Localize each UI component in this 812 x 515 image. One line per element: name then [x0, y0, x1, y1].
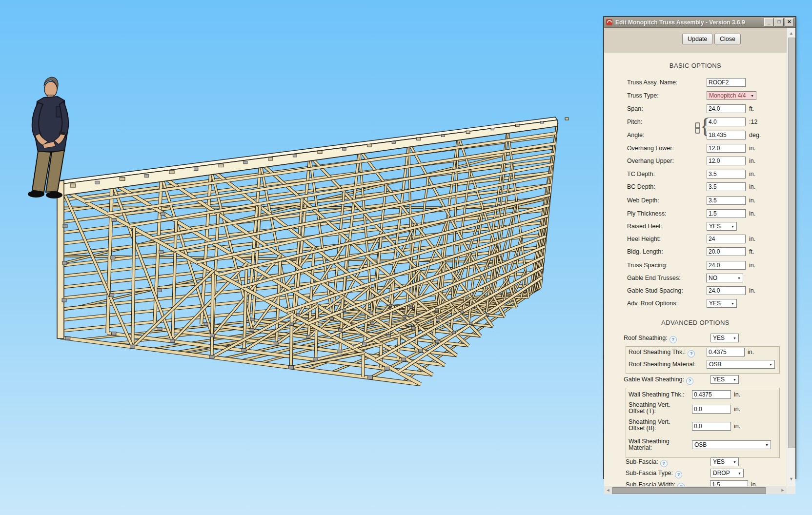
overhang-lower-unit: in. [749, 145, 755, 152]
bldg-length-unit: ft. [749, 248, 754, 255]
sheathing-vert-offset-b-unit: in. [734, 423, 740, 430]
scroll-right-icon[interactable]: ► [780, 488, 786, 493]
heel-height-input[interactable] [707, 235, 746, 243]
field-label-tc-depth: TC Depth: [627, 171, 655, 178]
field-label-roof-sheathing-material: Roof Sheathing Material: [629, 361, 696, 368]
field-label-sub-fascia-type: Sub-Fascia Type:? [626, 470, 682, 478]
pitch-unit: :12 [749, 119, 757, 125]
bldg-length-input[interactable] [707, 247, 746, 256]
help-icon[interactable]: ? [660, 460, 668, 467]
field-label-truss-assy-name: Truss Assy. Name: [627, 79, 678, 86]
help-icon[interactable]: ? [675, 471, 682, 478]
truss-assy-name-input[interactable] [707, 78, 746, 87]
dialog-buttonbar: Update Close [604, 28, 787, 53]
sub-fascia-type-select[interactable]: DROP ▼ [710, 469, 744, 477]
gable-stud-spacing-input[interactable] [707, 286, 746, 295]
help-icon[interactable]: ? [670, 336, 677, 343]
app-icon [606, 19, 612, 25]
wall-sheathing-material-select[interactable]: OSB ▼ [692, 440, 771, 449]
angle-input[interactable] [707, 131, 746, 139]
scroll-down-icon[interactable]: ▼ [787, 476, 795, 481]
roof-sheathing-material-value: OSB [709, 361, 721, 368]
sheathing-vert-offset-t-input[interactable] [692, 405, 731, 414]
bc-depth-unit: in. [749, 183, 755, 190]
pitch-input[interactable] [707, 118, 746, 126]
dropdown-arrow-icon: ▼ [738, 472, 741, 475]
raised-heel-value: YES [709, 223, 721, 230]
field-label-angle: Angle: [627, 132, 644, 139]
roof-sheathing-value: YES [713, 335, 725, 341]
gable-wall-sheathing-select[interactable]: YES ▼ [710, 375, 739, 384]
sub-fascia-select[interactable]: YES ▼ [710, 457, 739, 466]
span-unit: ft. [749, 105, 754, 112]
truss-spacing-input[interactable] [707, 261, 746, 270]
horizontal-scrollbar[interactable]: ◄ ► [604, 486, 787, 494]
gable-end-trusses-value: NO [709, 275, 717, 281]
adv-roof-options-select[interactable]: YES ▼ [707, 299, 737, 308]
scroll-left-icon[interactable]: ◄ [605, 488, 611, 493]
web-depth-unit: in. [749, 197, 755, 204]
maximize-button[interactable]: □ [774, 18, 784, 26]
truss-type-select[interactable]: Monopitch 4/4 ▼ [707, 91, 756, 100]
field-label-gable-end-trusses: Gable End Trusses: [627, 275, 681, 281]
field-label-ply-thickness: Ply Thickness: [627, 210, 666, 217]
advanced-options-heading: ADVANCED OPTIONS [604, 319, 787, 326]
field-label-web-depth: Web Depth: [627, 197, 659, 204]
ply-thickness-input[interactable] [707, 209, 746, 218]
sheathing-vert-offset-b-input[interactable] [692, 422, 731, 431]
bc-depth-input[interactable] [707, 182, 746, 191]
dropdown-arrow-icon: ▼ [751, 94, 754, 98]
field-label-truss-spacing: Truss Spacing: [627, 262, 668, 269]
field-label-overhang-upper: Overhang Upper: [627, 158, 674, 164]
overhang-upper-input[interactable] [707, 157, 746, 165]
vertical-scrollbar-thumb[interactable] [788, 38, 795, 448]
update-button[interactable]: Update [682, 34, 712, 44]
close-button[interactable]: Close [714, 34, 741, 44]
span-input[interactable] [707, 104, 746, 113]
help-icon[interactable]: ? [686, 377, 693, 385]
wall-sheathing-thk-input[interactable] [692, 390, 731, 399]
roof-sheathing-material-select[interactable]: OSB ▼ [707, 360, 775, 369]
field-label-heel-height: Heel Height: [627, 236, 661, 242]
sheathing-vert-offset-t-unit: in. [734, 406, 740, 413]
minimize-button[interactable]: _ [764, 18, 773, 26]
field-label-raised-heel: Raised Heel: [627, 223, 662, 230]
dialog-title: Edit Monopitch Truss Assembly - Version … [615, 19, 745, 26]
wall-sheathing-thk-unit: in. [734, 391, 740, 398]
overhang-lower-input[interactable] [707, 144, 746, 153]
basic-options-heading: BASIC OPTIONS [604, 62, 787, 69]
dialog-titlebar[interactable]: Edit Monopitch Truss Assembly - Version … [604, 17, 795, 28]
heel-height-unit: in. [749, 236, 755, 242]
field-label-sub-fascia: Sub-Fascia:? [626, 458, 668, 467]
field-label-adv-roof-options: Adv. Roof Options: [627, 300, 678, 307]
dropdown-arrow-icon: ▼ [765, 443, 769, 447]
scroll-up-icon[interactable]: ▲ [787, 31, 795, 36]
field-label-bldg-length: Bldg. Length: [627, 248, 663, 255]
field-label-roof-sheathing-thk: Roof Sheathing Thk.:? [629, 349, 695, 357]
roof-sheathing-select[interactable]: YES ▼ [710, 334, 739, 342]
truss-spacing-unit: in. [749, 262, 755, 269]
dropdown-arrow-icon: ▼ [769, 363, 772, 366]
close-window-button[interactable]: ✕ [785, 18, 794, 26]
field-label-bc-depth: BC Depth: [627, 183, 655, 190]
web-depth-input[interactable] [707, 196, 746, 205]
horizontal-scrollbar-thumb[interactable] [612, 487, 766, 494]
field-label-wall-sheathing-material: Wall Sheathing Material: [629, 438, 686, 451]
dropdown-arrow-icon: ▼ [733, 460, 736, 464]
tc-depth-input[interactable] [707, 170, 746, 178]
gable-wall-sheathing-value: YES [713, 376, 725, 383]
dropdown-arrow-icon: ▼ [733, 378, 736, 381]
field-label-roof-sheathing: Roof Sheathing:? [624, 335, 677, 343]
gable-end-trusses-select[interactable]: NO ▼ [706, 274, 743, 282]
wall-sheathing-material-value: OSB [694, 441, 707, 448]
raised-heel-select[interactable]: YES ▼ [707, 222, 737, 231]
field-label-pitch: Pitch: [627, 119, 642, 125]
field-label-sheathing-vert-offset-b: Sheathing Vert. Offset (B): [629, 419, 686, 432]
roof-sheathing-thk-input[interactable] [707, 348, 745, 357]
field-label-gable-stud-spacing: Gable Stud Spacing: [627, 287, 683, 294]
overhang-upper-unit: in. [749, 158, 755, 164]
help-icon[interactable]: ? [688, 350, 695, 357]
edit-truss-dialog: Edit Monopitch Truss Assembly - Version … [604, 17, 795, 478]
field-label-wall-sheathing-thk: Wall Sheathing Thk.: [629, 391, 685, 398]
vertical-scrollbar[interactable]: ▲ ▼ [787, 28, 795, 486]
